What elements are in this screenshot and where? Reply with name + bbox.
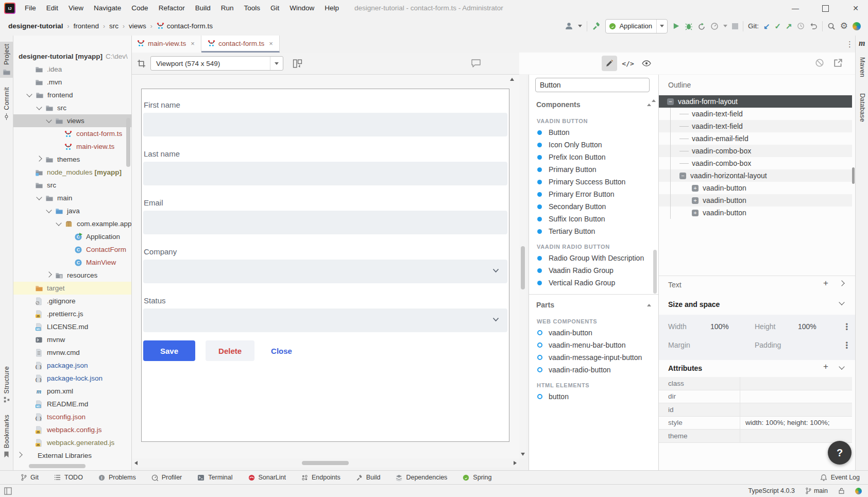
run-icon[interactable] (672, 22, 680, 30)
toolwindow-endpoints[interactable]: Endpoints (301, 474, 341, 481)
profiler-dropdown-icon[interactable] (723, 25, 727, 27)
tree-item-java[interactable]: java (13, 204, 131, 217)
run-configuration-dropdown-icon[interactable] (656, 20, 667, 33)
outline-node-vaadin-combo-box[interactable]: vaadin-combo-box (659, 157, 852, 169)
toolwindow-todo[interactable]: TODO (54, 474, 83, 481)
tree-item-gitignore[interactable]: .gitignore (13, 295, 131, 307)
tree-item-com-example-applica[interactable]: com.example.applica (13, 217, 131, 230)
tree-item-main[interactable]: main (13, 192, 131, 204)
outline-node-vaadin-horizontal-layout[interactable]: −vaadin-horizontal-layout (659, 169, 852, 182)
tree-item-mainview[interactable]: CMainView (13, 256, 131, 269)
tree-expanded-icon[interactable] (26, 91, 32, 97)
rollback-icon[interactable] (809, 22, 818, 30)
menu-help[interactable]: Help (319, 0, 344, 16)
menu-edit[interactable]: Edit (41, 0, 63, 16)
tree-item-readme-md[interactable]: MDREADME.md (13, 398, 131, 410)
field-status[interactable] (143, 309, 507, 332)
search-everywhere-icon[interactable] (827, 22, 836, 30)
close-icon[interactable]: ✕ (852, 4, 860, 12)
palette-item-button[interactable]: Button (529, 126, 658, 139)
tab-main-view-ts[interactable]: main-view.ts× (131, 36, 201, 53)
tree-item-tsconfig-json[interactable]: { }tsconfig.json (13, 410, 131, 423)
tree-item-mvn[interactable]: .mvn (13, 76, 131, 89)
outline-node-vaadin-button[interactable]: +vaadin-button (659, 207, 852, 219)
tree-expanded-icon[interactable] (36, 104, 42, 110)
code-mode-icon[interactable]: </> (620, 56, 636, 71)
palette-item-vaadin-button[interactable]: vaadin-button (529, 327, 658, 339)
git-update-icon[interactable]: ↙ (763, 22, 770, 31)
outline-node-vaadin-button[interactable]: +vaadin-button (659, 182, 852, 194)
tree-item-frontend[interactable]: frontend (13, 89, 131, 101)
sidebar-item-structure[interactable]: Structure (0, 364, 13, 405)
tree-collapsed-icon[interactable] (16, 452, 22, 457)
tree-item-src[interactable]: src (13, 101, 131, 114)
breadcrumb-item-views[interactable]: views (129, 22, 146, 30)
tree-expanded-icon[interactable] (46, 117, 52, 123)
tree-item-external-libraries[interactable]: External Libraries (13, 449, 131, 462)
designer-horizontal-scrollbar[interactable] (132, 458, 519, 468)
designer-hscroll-thumb[interactable] (302, 461, 349, 465)
palette-item-vaadin-menu-bar-button[interactable]: vaadin-menu-bar-button (529, 339, 658, 351)
chevron-down-icon[interactable] (492, 268, 499, 273)
menu-navigate[interactable]: Navigate (89, 0, 126, 16)
tree-item-node-modules[interactable]: node_modules[myapp] (13, 166, 131, 179)
form-layout-preview[interactable]: First nameLast nameEmailCompanyStatusSav… (141, 89, 509, 442)
tab-close-icon[interactable]: × (191, 40, 195, 47)
palette-item-radio-group-with-description[interactable]: Radio Group With Description (529, 252, 658, 264)
menu-tools[interactable]: Tools (239, 0, 265, 16)
menu-code[interactable]: Code (126, 0, 153, 16)
designer-vertical-scrollbar[interactable] (519, 75, 526, 458)
text-expand-icon[interactable] (839, 280, 844, 286)
tab-contact-form-ts[interactable]: contact-form.ts× (201, 36, 280, 53)
menu-refactor[interactable]: Refactor (154, 0, 190, 16)
tree-item-license-md[interactable]: MDLICENSE.md (13, 320, 131, 333)
tab-close-icon[interactable]: × (269, 40, 273, 47)
viewport-icon[interactable] (137, 59, 146, 68)
menu-window[interactable]: Window (284, 0, 319, 16)
menu-run[interactable]: Run (216, 0, 239, 16)
breadcrumb-item-designer-tutorial[interactable]: designer-tutorial (8, 22, 63, 30)
outline-node-vaadin-email-field[interactable]: vaadin-email-field (659, 132, 852, 145)
preview-mode-eye-icon[interactable] (639, 56, 654, 71)
field-first-name[interactable] (143, 113, 507, 136)
field-company[interactable] (143, 260, 507, 283)
collapse-node-icon[interactable]: − (679, 173, 686, 179)
menu-view[interactable]: View (63, 0, 89, 16)
settings-gear-icon[interactable]: ⚙ (840, 21, 848, 31)
maven-logo-icon[interactable]: m (859, 39, 865, 48)
run-configuration-select[interactable]: Application (605, 19, 668, 33)
tree-root[interactable]: designer-tutorial[myapp]C:\dev\ (13, 50, 131, 63)
edit-mode-pencil-icon[interactable] (602, 56, 617, 71)
tree-item-webpack-generated-js[interactable]: JSwebpack.generated.js (13, 436, 131, 449)
outline-node-vaadin-form-layout[interactable]: −vaadin-form-layout (659, 95, 852, 108)
tree-item-package-json[interactable]: { }package.json (13, 359, 131, 372)
attribute-value[interactable]: width: 100%; height: 100%; (740, 419, 852, 426)
tree-item-views[interactable]: views (13, 114, 131, 127)
project-vscroll-thumb[interactable] (126, 118, 130, 167)
more-options-icon[interactable]: ••• (845, 341, 848, 349)
more-options-icon[interactable]: ••• (845, 323, 848, 331)
tree-item-idea[interactable]: .idea (13, 63, 131, 76)
profiler-icon[interactable] (710, 22, 719, 30)
toolwindow-dependencies[interactable]: Dependencies (396, 474, 447, 481)
field-email[interactable] (143, 211, 507, 234)
git-push-icon[interactable]: ↗ (786, 22, 792, 31)
size-value-width[interactable]: 100% (710, 322, 729, 331)
outline-node-vaadin-button[interactable]: +vaadin-button (659, 194, 852, 207)
sidebar-item-project[interactable]: Project (0, 42, 13, 78)
toolwindow-build[interactable]: Build (356, 474, 381, 481)
scroll-right-icon[interactable] (514, 461, 517, 465)
palette-search-input[interactable] (535, 78, 650, 92)
toolwindow-spring[interactable]: Spring (463, 474, 491, 481)
git-branch-widget[interactable]: main (805, 487, 828, 494)
tree-collapsed-icon[interactable] (36, 156, 42, 161)
toolwindow-profiler[interactable]: Profiler (151, 474, 182, 481)
tree-item-package-lock-json[interactable]: { }package-lock.json (13, 372, 131, 385)
toolwindow-terminal[interactable]: Terminal (197, 474, 232, 481)
toolwindow-problems[interactable]: !Problems (98, 474, 136, 481)
event-log-button[interactable]: Event Log (820, 471, 860, 484)
tab-options-icon[interactable]: ⋮ (846, 36, 854, 53)
designer-canvas[interactable]: First nameLast nameEmailCompanyStatusSav… (132, 75, 519, 458)
scroll-up-icon[interactable] (510, 78, 514, 81)
disabled-indicator-icon[interactable] (815, 58, 824, 67)
